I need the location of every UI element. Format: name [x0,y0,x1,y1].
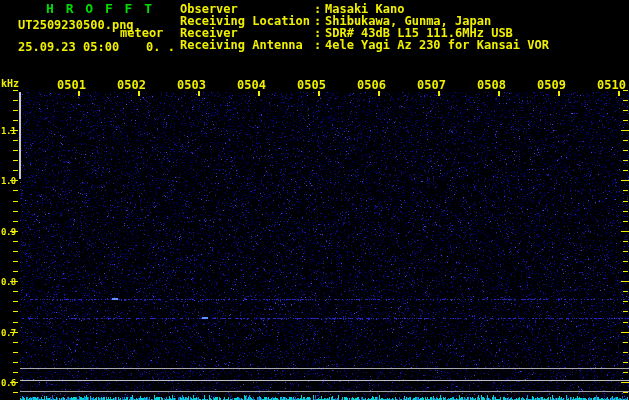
time-tick-label: 0509 [537,79,566,91]
time-tick-label: 0505 [297,79,326,91]
freq-tick-label: 0.8 [1,276,16,288]
info-value: 4ele Yagi Az 230 for Kansai VOR [325,39,549,51]
info-separator: : [314,39,321,51]
time-tick-label: 0506 [357,79,386,91]
freq-tick-label: 1.1 [1,125,16,137]
app-title: H R O F F T [46,3,154,15]
freq-tick-label: 0.9 [1,226,16,238]
time-tick-label: 0508 [477,79,506,91]
hrofft-output: H R O F F T UT2509230500.png meteor 25.0… [0,0,629,400]
spectrogram-canvas [0,0,629,400]
time-tick-label: 0501 [57,79,86,91]
datetime-label: 25.09.23 05:00 [18,41,119,53]
time-tick-label: 0502 [117,79,146,91]
freq-unit-label: kHz [1,78,19,90]
freq-tick-label: 0.7 [1,327,16,339]
freq-tick-label: 1.0 [1,175,16,187]
time-tick-label: 0504 [237,79,266,91]
time-tick-label: 0510 [597,79,626,91]
info-label: Receiving Antenna [180,39,303,51]
time-tick-label: 0503 [177,79,206,91]
echo-count-label: 0. . [146,41,175,53]
freq-tick-label: 0.6 [1,377,16,389]
time-tick-label: 0507 [417,79,446,91]
station-label: meteor [120,27,163,39]
filename-label: UT2509230500.png [18,19,134,31]
